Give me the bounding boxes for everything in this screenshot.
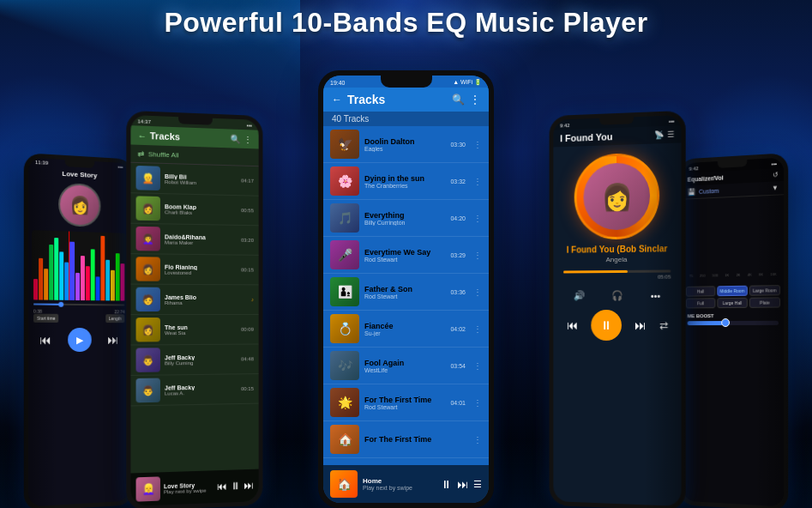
footer-queue[interactable]: ☰ <box>473 479 482 490</box>
more-icon[interactable]: ⋮ <box>470 94 480 106</box>
more-btn[interactable]: ••• <box>651 290 661 300</box>
list-item[interactable]: 👩 Flo Rianing Lovestoned 00:15 <box>130 254 258 285</box>
bar <box>70 242 75 300</box>
list-item[interactable]: 🧑 James Blio Rihama ♪ <box>130 285 258 315</box>
save-icon[interactable]: 💾 <box>688 188 696 196</box>
track-artist: Robot William <box>165 179 237 186</box>
track-list-p3: 🦅 Doolin Dalton Eagles 03:30 ⋮ 🌸 Dying i… <box>323 126 489 458</box>
track-thumb: 👩 <box>136 257 160 281</box>
shuffle-label: Shuffle All <box>148 150 179 159</box>
more-btn[interactable]: ⋮ <box>473 251 482 260</box>
track-artist: Rihama <box>165 299 247 305</box>
footer-sub: Play next by swipe <box>363 485 436 491</box>
waveform-bars <box>32 230 126 301</box>
mini-prev[interactable]: ⏮ <box>217 481 227 493</box>
preset-large-hall[interactable]: Large Hall <box>717 298 747 308</box>
track-duration: 04:17 <box>241 178 254 183</box>
track-thumb: 🦅 <box>330 130 359 159</box>
phone-3: 19:40 ▲ WiFi 🔋 ← Tracks 🔍 ⋮ 40 Tracks 🦅 … <box>318 70 494 508</box>
play-pause-btn[interactable]: ▶ <box>68 328 92 352</box>
bass-boost-bar[interactable] <box>688 321 779 325</box>
back-btn[interactable]: ← <box>138 130 147 140</box>
more-btn[interactable]: ⋮ <box>473 214 482 223</box>
list-item[interactable]: 👩‍🦱 Daido&Rihana Maria Maker 03:20 <box>130 224 258 256</box>
preset-hall[interactable]: Hall <box>686 286 716 296</box>
search-icon[interactable]: 🔍 <box>230 134 240 143</box>
track-artist: The Cranberries <box>364 183 445 189</box>
shuffle-btn[interactable]: ⇄ <box>659 319 668 331</box>
search-icon[interactable]: 🔍 <box>452 94 465 106</box>
menu-icon[interactable]: ☰ <box>667 130 674 139</box>
next-btn[interactable]: ⏭ <box>107 333 118 347</box>
more-btn[interactable]: ⋮ <box>473 398 482 408</box>
more-btn[interactable]: ⋮ <box>473 361 482 371</box>
list-item[interactable]: 👱 Billy Bii Robot William 04:17 <box>130 163 258 197</box>
more-btn[interactable]: ⋮ <box>473 140 482 149</box>
headphone-btn[interactable]: 🎧 <box>611 290 623 301</box>
prev-btn[interactable]: ⏮ <box>566 318 578 332</box>
preset-large-room[interactable]: Large Room <box>749 285 780 296</box>
list-item[interactable]: 🏠 For The First Time ⋮ <box>323 421 489 458</box>
track-duration: 03:30 <box>450 142 466 148</box>
list-item[interactable]: 👨 Jeff Backy Billy Cuming 04:48 <box>130 344 258 376</box>
phone-1: 11:39 ▪▪▪ Love Story 👩 <box>24 153 134 508</box>
refresh-icon[interactable]: ↺ <box>773 171 779 179</box>
list-item[interactable]: 👨‍👦 Father & Son Rod Stewart 03:36 ⋮ <box>323 274 489 311</box>
track-info: Jeff Backy Lucas A. <box>165 384 237 396</box>
track-thumb: 🎤 <box>330 240 359 269</box>
shuffle-icon: ⇄ <box>138 149 145 158</box>
mini-play[interactable]: ⏸ <box>230 480 240 492</box>
track-name: Dying in the sun <box>364 174 445 183</box>
progress-fill <box>33 303 62 305</box>
footer-play[interactable]: ⏸ <box>441 478 452 491</box>
track-artist: Lucas A. <box>165 390 237 396</box>
eq-title: Equalizer/Vol <box>688 172 773 182</box>
track-duration: 04:20 <box>450 215 466 221</box>
phone-3-screen: 19:40 ▲ WiFi 🔋 ← Tracks 🔍 ⋮ 40 Tracks 🦅 … <box>323 76 489 503</box>
preset-full[interactable]: Full <box>686 298 716 308</box>
list-item[interactable]: 👨 Jeff Backy Lucas A. 00:15 <box>130 374 258 406</box>
list-item[interactable]: 🦅 Doolin Dalton Eagles 03:30 ⋮ <box>323 126 489 163</box>
more-btn[interactable]: ⋮ <box>473 287 482 297</box>
bass-boost-thumb[interactable] <box>721 318 730 327</box>
list-item[interactable]: 🌸 Dying in the sun The Cranberries 03:32… <box>323 163 489 200</box>
phone-5: 9:42 ▪▪▪ Equalizer/Vol ↺ 💾 Custom ▼ <box>678 153 788 508</box>
list-item[interactable]: 💍 Fiancée Su-jer 04:02 ⋮ <box>323 311 489 348</box>
song-title: I Found You (Bob Sinclar <box>560 244 674 255</box>
more-btn[interactable]: ⋮ <box>473 324 482 334</box>
track-info: Flo Rianing Lovestoned <box>165 263 237 275</box>
play-pause-btn[interactable]: ⏸ <box>591 310 622 341</box>
more-btn[interactable]: ⋮ <box>473 177 482 186</box>
cast-icon[interactable]: 📡 <box>654 130 664 139</box>
track-info: Dying in the sun The Cranberries <box>364 174 445 189</box>
list-item[interactable]: 🎶 Fool Again WestLife 03:54 ⋮ <box>323 348 489 384</box>
track-thumb: 🏠 <box>330 425 359 454</box>
list-item[interactable]: 👩 The sun Weat Sia 00:09 <box>130 315 258 346</box>
list-item[interactable]: 🌟 For The First Time Rod Stewart 04:01 ⋮ <box>323 384 489 421</box>
preset-plate[interactable]: Plate <box>749 297 780 307</box>
back-btn[interactable]: ← <box>332 94 342 106</box>
track-duration: ♪ <box>251 297 254 302</box>
bar <box>49 245 53 300</box>
trim-buttons: Start time Length <box>28 314 129 324</box>
track-duration: 03:29 <box>450 252 466 258</box>
list-item[interactable]: 🎤 Everytime We Say Rod Stewart 03:29 ⋮ <box>323 237 489 274</box>
more-icon[interactable]: ⋮ <box>244 135 252 144</box>
preset-middle-room[interactable]: Middle Room <box>717 286 747 297</box>
start-btn[interactable]: Start time <box>33 314 59 323</box>
footer-next[interactable]: ⏭ <box>457 478 468 491</box>
prev-btn[interactable]: ⏮ <box>39 333 51 347</box>
more-btn[interactable]: ⋮ <box>473 435 482 444</box>
preset-name: Custom <box>699 188 719 195</box>
length-btn[interactable]: Length <box>105 314 124 323</box>
mini-next[interactable]: ⏭ <box>244 480 254 492</box>
footer-thumb: 🏠 <box>330 470 358 498</box>
chevron-down-icon[interactable]: ▼ <box>772 184 779 192</box>
list-item[interactable]: 👩 Boom Klap Charli Blaks 00:55 <box>130 193 258 226</box>
footer-title: Home <box>363 477 436 485</box>
list-item[interactable]: 🎵 Everything Billy Currington 04:20 ⋮ <box>323 200 489 237</box>
next-btn[interactable]: ⏭ <box>634 318 646 332</box>
track-name: For The First Time <box>364 396 445 404</box>
cast-btn[interactable]: 🔊 <box>573 290 585 301</box>
album-ring: 👩 <box>574 152 659 239</box>
